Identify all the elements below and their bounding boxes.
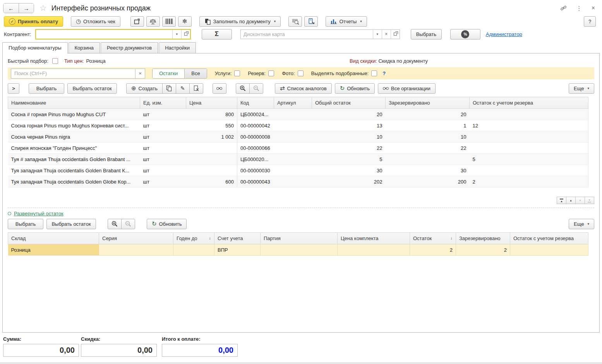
help-button[interactable]: ? [584,16,596,27]
open-field-button[interactable] [391,30,400,39]
scroll-up-button[interactable]: ▲ [566,197,576,204]
bottom-border [0,363,602,363]
tab-bar: Подбор номенклатуры Корзина Реестр докум… [0,42,602,53]
select-rest-button[interactable]: Выбрать остаток [67,83,117,94]
select-button[interactable]: Выбрать [29,83,64,94]
col-price[interactable]: Цена [186,97,237,109]
back-arrow-icon[interactable]: ← [3,3,19,13]
zoom-in-button[interactable] [236,83,250,94]
accept-payment-button[interactable]: ✓ Принять оплату [4,16,63,27]
close-icon[interactable]: × [592,5,595,12]
col-rest[interactable]: Остаток↓ [410,233,456,244]
table-row[interactable]: Розница ВПР 2 2 [8,244,588,256]
dropdown-icon[interactable]: ▾ [373,30,382,39]
col-name[interactable]: Наименование [8,97,140,109]
strip-help-icon[interactable]: ? [382,70,386,76]
scroll-down-button[interactable]: ▼ [575,197,585,204]
col-reserved[interactable]: Зарезервировано [386,97,470,109]
scroll-to-bottom-button[interactable]: ▼ [585,197,594,204]
more-button[interactable]: Еще ▾ [569,83,594,94]
toggle-vse[interactable]: Все [184,69,206,78]
col-account[interactable]: Счет учета [214,233,261,244]
all-organizations-button[interactable]: Все организации [378,83,436,94]
col-rest-with-reserve[interactable]: Остаток с учетом резерва [510,233,588,244]
tab-nastroyki[interactable]: Настройки [159,42,196,53]
col-reserved[interactable]: Зарезервировано [456,233,510,244]
open-field-button[interactable] [181,30,190,39]
more-button[interactable]: Еще ▾ [569,219,594,229]
col-warehouse[interactable]: Склад [8,233,99,244]
analogs-button[interactable]: ⇄ Список аналогов [275,83,332,94]
discount-label: Скидка: [81,336,157,342]
barcode-button[interactable] [162,16,176,27]
select-rest-button[interactable]: Выбрать остаток [46,219,96,229]
search-input[interactable] [11,69,135,79]
user-link[interactable]: Администратор [486,31,522,37]
create-button[interactable]: ⊕ Создать [126,83,163,94]
edit-button[interactable]: ✎ [176,83,190,94]
table-row[interactable]: Сосна черная Pinus nigraшт 1 00200-00000… [8,131,588,143]
col-total[interactable]: Общий остаток [312,97,386,109]
counterparty-input[interactable] [36,30,172,39]
col-article[interactable]: Артикул [274,97,312,109]
defer-receipt-button[interactable]: ◷ Отложить чек [71,16,120,27]
zoom-in-icon [111,221,118,227]
scroll-to-top-button[interactable]: ▲ [557,197,566,204]
zoom-out-button[interactable] [121,219,135,229]
table-row[interactable]: Сосна горная Pinus mugo Mughus Корневая … [8,120,588,131]
favorite-star-icon[interactable]: ☆ [39,3,47,13]
select-button[interactable]: Выбрать [8,219,43,229]
open-window-button[interactable] [130,16,144,27]
dropdown-icon[interactable]: ▾ [172,30,181,39]
table-row[interactable]: Спирея японская "Голден Принцесс"шт 00-0… [8,143,588,154]
photo-checkbox[interactable] [298,70,304,76]
services-checkbox[interactable] [234,70,240,76]
zoom-out-button[interactable] [249,83,263,94]
table-row[interactable]: Сосна # горная Pinus mugo Mughus CUTшт 8… [8,109,588,120]
select-card-button[interactable]: Выбрать [411,29,442,39]
characteristics-button[interactable]: ✻ [178,16,192,27]
discount-percent-button[interactable]: % [450,29,480,39]
col-unit[interactable]: Ед. изм. [140,97,186,109]
clear-search-icon[interactable]: × [135,69,145,79]
col-valid-until[interactable]: Годен до↓ [173,233,214,244]
reports-button[interactable]: Отчеты ▾ [326,16,367,27]
discount-card-input[interactable] [241,30,373,39]
barcode-search-button[interactable] [288,16,302,27]
sum-button[interactable]: Σ [202,29,232,39]
copy-button[interactable] [162,83,176,94]
col-rest[interactable]: Остаток с учетом резерва [470,97,588,109]
col-kit-price[interactable]: Цена комплекта [338,233,410,244]
table-row[interactable]: Туя западная Thuja occidentalis Golden G… [8,176,588,187]
tab-korzina[interactable]: Корзина [69,42,100,53]
forward-arrow-icon[interactable]: → [19,3,34,13]
toggle-ostatki[interactable]: Остатки [153,69,184,78]
photo-label: Фото: [282,70,295,76]
percent-badge-icon: % [461,30,469,38]
fill-by-document-button[interactable]: Заполнить по документу ▾ [199,16,281,27]
tab-reestr-dokumentov[interactable]: Реестр документов [101,42,158,53]
col-code[interactable]: Код [237,97,274,109]
counterparty-field: ▾ [35,29,191,39]
barcode-icon [165,19,173,24]
clear-icon[interactable]: × [382,30,391,39]
tab-podbor-nomenklatury[interactable]: Подбор номенклатуры [2,42,68,53]
refresh-button[interactable]: ↻ Обновить [335,83,375,94]
more-menu-icon[interactable]: ⋮ [576,5,582,12]
table-row[interactable]: Туя западная Thuja occidentalis Golden B… [8,165,588,176]
expand-panel-button[interactable]: > [8,83,19,94]
scales-button[interactable] [146,16,160,27]
delete-button[interactable] [189,83,203,94]
highlight-checkbox[interactable] [371,70,377,76]
refresh-button[interactable]: ↻ Обновить [147,219,187,229]
table-row[interactable]: Туя # западная Thuja occidentalis Golden… [8,154,588,165]
reserve-checkbox[interactable] [268,70,274,76]
col-series[interactable]: Серия [99,233,173,244]
col-batch[interactable]: Партия [261,233,338,244]
expanded-rest-link[interactable]: Развернутый остаток [14,211,63,216]
zoom-in-button[interactable] [108,219,122,229]
quick-pick-checkbox[interactable] [52,58,58,64]
glasses-button[interactable] [213,83,226,94]
payment-terminal-button[interactable] [304,16,318,27]
link-icon[interactable] [560,5,567,11]
